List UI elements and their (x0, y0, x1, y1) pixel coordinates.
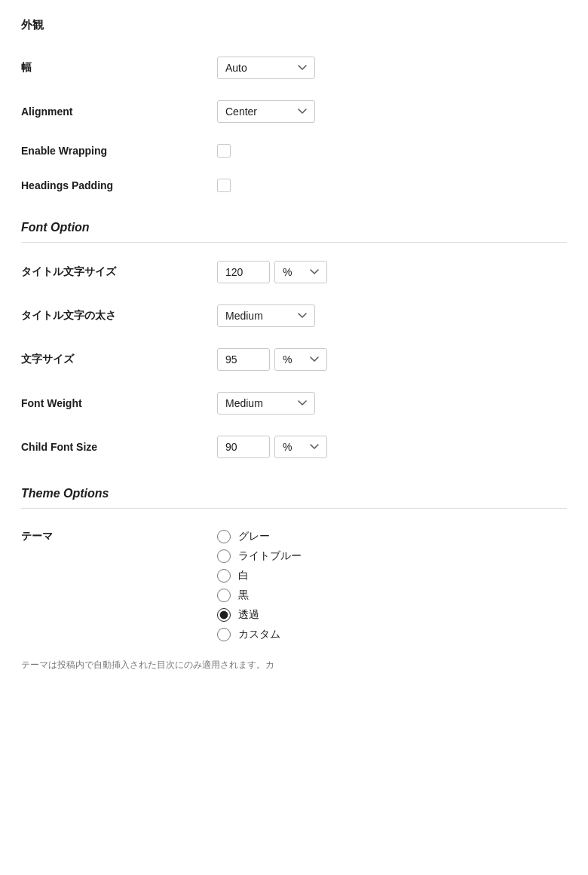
theme-options-divider (21, 508, 567, 509)
font-option-title: Font Option (21, 221, 567, 234)
theme-option-transparent[interactable]: 透過 (217, 608, 302, 622)
page-title: 外観 (21, 18, 567, 32)
width-row: 幅 Auto Full Width Wide Width (21, 46, 567, 90)
font-weight-row: Font Weight Light Regular Medium Bold (21, 381, 567, 425)
width-control: Auto Full Width Wide Width (217, 57, 567, 79)
font-size-input[interactable] (217, 348, 270, 371)
theme-radio-transparent[interactable] (217, 608, 231, 622)
title-font-size-input[interactable] (217, 261, 270, 283)
theme-control: グレー ライトブルー 白 黒 透過 カスタム (217, 530, 567, 641)
title-font-size-label: タイトル文字サイズ (21, 265, 217, 279)
theme-radio-lightblue[interactable] (217, 549, 231, 563)
title-font-weight-row: タイトル文字の太さ Light Regular Medium Bold (21, 294, 567, 338)
theme-label-black: 黒 (238, 589, 249, 602)
child-font-size-row: Child Font Size % px em (21, 425, 567, 469)
font-weight-control: Light Regular Medium Bold (217, 392, 567, 415)
theme-option-custom[interactable]: カスタム (217, 628, 302, 641)
headings-padding-row: Headings Padding (21, 168, 567, 203)
title-font-weight-label: タイトル文字の太さ (21, 309, 217, 323)
theme-options-section: Theme Options (21, 487, 567, 509)
child-font-size-control: % px em (217, 436, 567, 458)
alignment-select[interactable]: Left Center Right (217, 100, 315, 123)
child-font-size-unit-select[interactable]: % px em (274, 436, 327, 458)
font-size-row: 文字サイズ % px em (21, 338, 567, 381)
child-font-size-input[interactable] (217, 436, 270, 458)
alignment-control: Left Center Right (217, 100, 567, 123)
theme-radio-white[interactable] (217, 569, 231, 583)
theme-label-lightblue: ライトブルー (238, 549, 302, 563)
enable-wrapping-checkbox[interactable] (217, 144, 231, 158)
font-size-label: 文字サイズ (21, 353, 217, 366)
width-select[interactable]: Auto Full Width Wide Width (217, 57, 315, 79)
headings-padding-control (217, 179, 567, 192)
title-font-weight-control: Light Regular Medium Bold (217, 304, 567, 327)
font-size-control: % px em (217, 348, 567, 371)
theme-option-lightblue[interactable]: ライトブルー (217, 549, 302, 563)
theme-label-gray: グレー (238, 530, 270, 543)
theme-radio-gray[interactable] (217, 530, 231, 543)
alignment-row: Alignment Left Center Right (21, 90, 567, 133)
theme-label: テーマ (21, 530, 217, 543)
font-weight-label: Font Weight (21, 397, 217, 409)
enable-wrapping-row: Enable Wrapping (21, 133, 567, 168)
title-font-size-row: タイトル文字サイズ % px em (21, 250, 567, 294)
title-font-size-unit-select[interactable]: % px em (274, 261, 327, 283)
theme-radio-black[interactable] (217, 589, 231, 602)
font-option-divider (21, 242, 567, 243)
theme-hint-text: テーマは投稿内で自動挿入された目次にのみ適用されます。カ (21, 658, 567, 672)
font-weight-select[interactable]: Light Regular Medium Bold (217, 392, 315, 415)
theme-options-title: Theme Options (21, 487, 567, 500)
enable-wrapping-control (217, 144, 567, 158)
title-font-weight-select[interactable]: Light Regular Medium Bold (217, 304, 315, 327)
enable-wrapping-label: Enable Wrapping (21, 145, 217, 157)
theme-radio-custom[interactable] (217, 628, 231, 641)
theme-radio-group: グレー ライトブルー 白 黒 透過 カスタム (217, 530, 302, 641)
headings-padding-checkbox[interactable] (217, 179, 231, 192)
theme-label-white: 白 (238, 569, 249, 583)
font-option-section: Font Option (21, 221, 567, 243)
alignment-label: Alignment (21, 106, 217, 118)
theme-row: テーマ グレー ライトブルー 白 黒 透過 (21, 516, 567, 652)
headings-padding-label: Headings Padding (21, 179, 217, 191)
font-size-unit-select[interactable]: % px em (274, 348, 327, 371)
theme-label-custom: カスタム (238, 628, 280, 641)
width-label: 幅 (21, 61, 217, 75)
child-font-size-label: Child Font Size (21, 441, 217, 453)
theme-label-transparent: 透過 (238, 608, 259, 622)
title-font-size-control: % px em (217, 261, 567, 283)
theme-option-black[interactable]: 黒 (217, 589, 302, 602)
theme-option-gray[interactable]: グレー (217, 530, 302, 543)
theme-option-white[interactable]: 白 (217, 569, 302, 583)
